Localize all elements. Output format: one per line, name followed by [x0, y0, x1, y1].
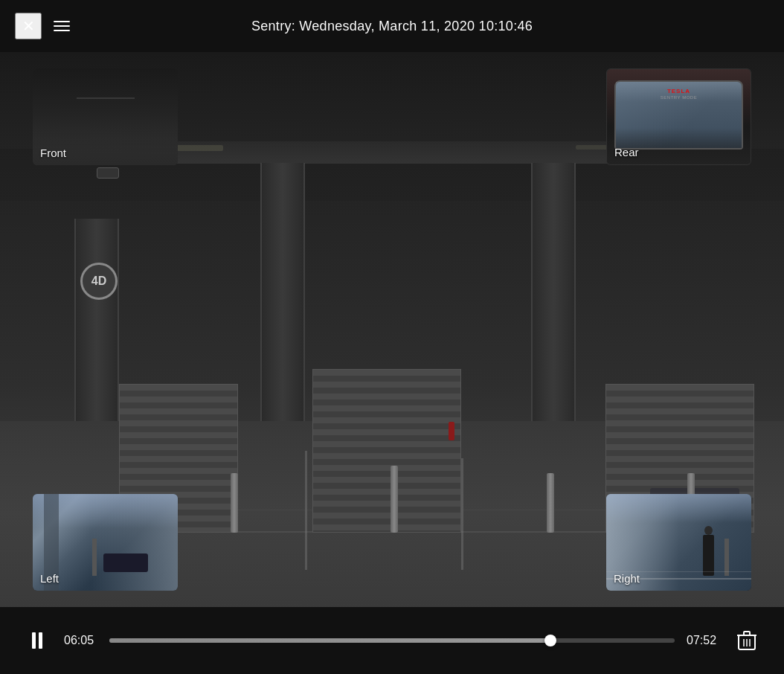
trash-icon [737, 630, 756, 651]
controls-bar: 06:05 07:52 [0, 607, 784, 674]
header-title: Sentry: Wednesday, March 11, 2020 10:10:… [251, 19, 533, 34]
progress-fill [109, 638, 550, 643]
pause-icon [32, 632, 42, 649]
video-area: 4D Front TESLA SENTRY MODE [0, 52, 784, 607]
menu-button[interactable] [48, 13, 75, 39]
close-icon: ✕ [22, 17, 35, 35]
thumbnail-left[interactable]: Left [33, 494, 178, 591]
header-bar: ✕ Sentry: Wednesday, March 11, 2020 10:1… [0, 0, 784, 52]
thumbnail-right-label: Right [614, 572, 640, 585]
delete-button[interactable] [732, 626, 762, 655]
bollard-2 [391, 466, 398, 533]
fire-extinguisher [449, 422, 454, 440]
progress-handle[interactable] [544, 635, 556, 646]
parking-line-2 [305, 451, 307, 570]
bollard-1 [231, 473, 238, 533]
thumbnail-rear-label: Rear [614, 146, 639, 158]
menu-icon [54, 21, 70, 31]
close-button[interactable]: ✕ [15, 13, 42, 39]
thumbnail-front-label: Front [40, 147, 66, 159]
total-time: 07:52 [687, 634, 720, 647]
svg-rect-2 [744, 632, 750, 635]
bollard-3 [547, 473, 554, 533]
thumbnail-rear[interactable]: TESLA SENTRY MODE Rear [606, 68, 751, 165]
shutter-center [312, 369, 461, 533]
thumbnail-right[interactable]: Right [606, 494, 751, 591]
progress-bar[interactable] [109, 638, 675, 643]
current-time: 06:05 [64, 634, 97, 647]
parking-line-3 [461, 458, 463, 570]
ceiling-camera [97, 167, 119, 179]
thumbnail-left-label: Left [40, 572, 59, 585]
thumbnail-front[interactable]: Front [33, 68, 178, 165]
pause-button[interactable] [22, 626, 52, 655]
